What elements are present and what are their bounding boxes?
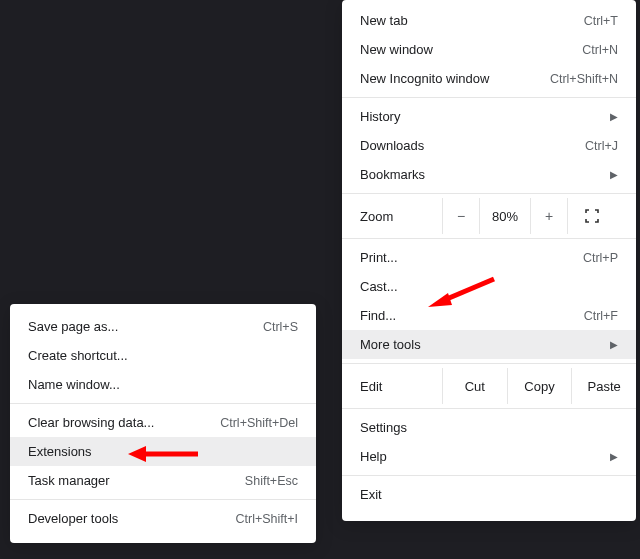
menu-item-label: Find... xyxy=(360,308,584,323)
submenu-arrow-icon: ▶ xyxy=(610,340,618,350)
menu-item-shortcut: Ctrl+Shift+I xyxy=(235,512,298,526)
menu-separator xyxy=(342,97,636,98)
menu-separator xyxy=(10,499,316,500)
chrome-main-menu: New tab Ctrl+T New window Ctrl+N New Inc… xyxy=(342,0,636,521)
menu-separator xyxy=(342,193,636,194)
menu-item-history[interactable]: History ▶ xyxy=(342,102,636,131)
fullscreen-button[interactable] xyxy=(567,198,616,234)
menu-item-label: History xyxy=(360,109,604,124)
menu-item-exit[interactable]: Exit xyxy=(342,480,636,509)
menu-item-settings[interactable]: Settings xyxy=(342,413,636,442)
menu-item-label: Print... xyxy=(360,250,583,265)
menu-item-new-window[interactable]: New window Ctrl+N xyxy=(342,35,636,64)
zoom-label: Zoom xyxy=(360,209,442,224)
menu-item-label: Bookmarks xyxy=(360,167,604,182)
paste-button[interactable]: Paste xyxy=(571,368,636,404)
menu-item-create-shortcut[interactable]: Create shortcut... xyxy=(10,341,316,370)
menu-separator xyxy=(342,475,636,476)
menu-item-label: New tab xyxy=(360,13,584,28)
menu-item-print[interactable]: Print... Ctrl+P xyxy=(342,243,636,272)
menu-item-shortcut: Ctrl+T xyxy=(584,14,618,28)
menu-item-shortcut: Ctrl+J xyxy=(585,139,618,153)
menu-item-more-tools[interactable]: More tools ▶ xyxy=(342,330,636,359)
menu-item-shortcut: Ctrl+Shift+N xyxy=(550,72,618,86)
menu-item-label: New window xyxy=(360,42,582,57)
menu-item-help[interactable]: Help ▶ xyxy=(342,442,636,471)
menu-item-label: Create shortcut... xyxy=(28,348,298,363)
menu-item-task-manager[interactable]: Task manager Shift+Esc xyxy=(10,466,316,495)
menu-item-bookmarks[interactable]: Bookmarks ▶ xyxy=(342,160,636,189)
menu-item-save-page[interactable]: Save page as... Ctrl+S xyxy=(10,312,316,341)
submenu-arrow-icon: ▶ xyxy=(610,170,618,180)
menu-item-new-tab[interactable]: New tab Ctrl+T xyxy=(342,6,636,35)
menu-item-label: Downloads xyxy=(360,138,585,153)
menu-item-label: Developer tools xyxy=(28,511,235,526)
menu-item-shortcut: Ctrl+S xyxy=(263,320,298,334)
menu-item-zoom: Zoom − 80% + xyxy=(342,198,636,234)
menu-item-label: New Incognito window xyxy=(360,71,550,86)
menu-item-shortcut: Ctrl+N xyxy=(582,43,618,57)
edit-label: Edit xyxy=(360,379,442,394)
menu-separator xyxy=(10,403,316,404)
menu-item-label: Task manager xyxy=(28,473,245,488)
menu-item-edit: Edit Cut Copy Paste xyxy=(342,368,636,404)
menu-item-label: Cast... xyxy=(360,279,618,294)
submenu-arrow-icon: ▶ xyxy=(610,452,618,462)
menu-item-shortcut: Ctrl+Shift+Del xyxy=(220,416,298,430)
menu-item-label: Save page as... xyxy=(28,319,263,334)
menu-separator xyxy=(342,408,636,409)
menu-item-downloads[interactable]: Downloads Ctrl+J xyxy=(342,131,636,160)
menu-separator xyxy=(342,238,636,239)
submenu-arrow-icon: ▶ xyxy=(610,112,618,122)
menu-item-shortcut: Shift+Esc xyxy=(245,474,298,488)
zoom-in-button[interactable]: + xyxy=(530,198,567,234)
fullscreen-icon xyxy=(585,209,599,223)
menu-item-label: Extensions xyxy=(28,444,298,459)
menu-item-shortcut: Ctrl+F xyxy=(584,309,618,323)
menu-item-extensions[interactable]: Extensions xyxy=(10,437,316,466)
menu-item-incognito[interactable]: New Incognito window Ctrl+Shift+N xyxy=(342,64,636,93)
menu-item-label: Clear browsing data... xyxy=(28,415,220,430)
menu-item-label: Exit xyxy=(360,487,618,502)
menu-item-shortcut: Ctrl+P xyxy=(583,251,618,265)
copy-button[interactable]: Copy xyxy=(507,368,572,404)
menu-item-label: Settings xyxy=(360,420,618,435)
menu-item-clear-browsing-data[interactable]: Clear browsing data... Ctrl+Shift+Del xyxy=(10,408,316,437)
menu-item-developer-tools[interactable]: Developer tools Ctrl+Shift+I xyxy=(10,504,316,533)
cut-button[interactable]: Cut xyxy=(442,368,507,404)
menu-separator xyxy=(342,363,636,364)
menu-item-find[interactable]: Find... Ctrl+F xyxy=(342,301,636,330)
menu-item-label: Name window... xyxy=(28,377,298,392)
menu-item-cast[interactable]: Cast... xyxy=(342,272,636,301)
more-tools-submenu: Save page as... Ctrl+S Create shortcut..… xyxy=(10,304,316,543)
zoom-out-button[interactable]: − xyxy=(442,198,479,234)
zoom-value: 80% xyxy=(479,198,530,234)
menu-item-label: Help xyxy=(360,449,604,464)
menu-item-label: More tools xyxy=(360,337,604,352)
menu-item-name-window[interactable]: Name window... xyxy=(10,370,316,399)
